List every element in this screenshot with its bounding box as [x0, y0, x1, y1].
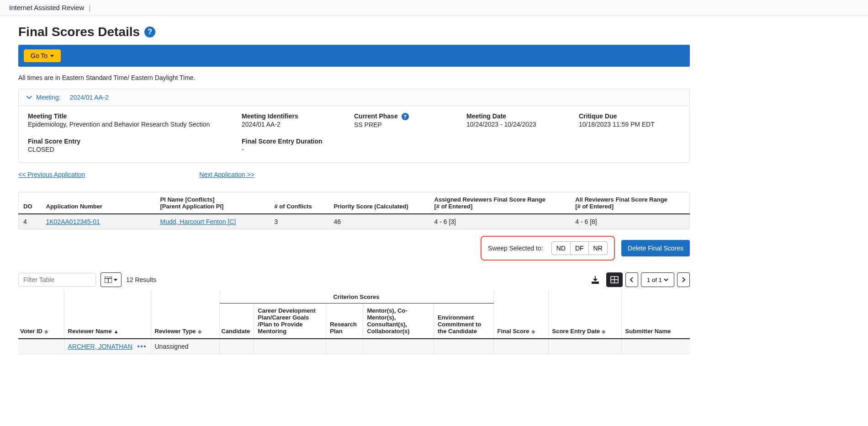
meta-date-label: Meeting Date	[466, 112, 568, 120]
columns-icon	[105, 277, 112, 283]
meeting-prefix: Meeting:	[36, 94, 61, 101]
top-bar: Internet Assisted Review |	[0, 0, 868, 16]
application-number-link[interactable]: 1K02AA012345-01	[46, 218, 100, 225]
cell-environment	[434, 339, 493, 354]
sweep-label: Sweep Selected to:	[488, 245, 543, 252]
meta-phase-label: Current Phase ?	[354, 112, 455, 120]
sweep-nr-button[interactable]: NR	[588, 241, 608, 255]
meeting-panel-body: Meeting Title Epidemiology, Prevention a…	[19, 106, 689, 162]
caret-down-icon	[114, 279, 117, 281]
cell-reviewer-type: Unassigned	[151, 339, 219, 354]
meta-meeting-title-label: Meeting Title	[28, 112, 231, 120]
cell-research	[326, 339, 363, 354]
cell-priority: 46	[329, 214, 430, 229]
goto-label: Go To	[31, 52, 48, 59]
meta-phase-value: SS PREP	[354, 121, 455, 128]
col-do: DO	[19, 192, 42, 214]
col-entry-date[interactable]: Score Entry Date◆	[548, 291, 621, 339]
col-assigned: Assigned Reviewers Final Score Range [# …	[430, 192, 571, 214]
sort-icon: ◆	[602, 329, 605, 334]
cell-candidate	[219, 339, 254, 354]
cell-mentors	[363, 339, 434, 354]
meta-duration-label: Final Score Entry Duration	[242, 138, 343, 145]
cell-assigned: 4 - 6 [3]	[430, 214, 571, 229]
delete-final-scores-button[interactable]: Delete Final Scores	[621, 240, 690, 256]
col-environment: Environment Commitment to the Candidate	[434, 304, 493, 339]
grid-icon	[610, 276, 619, 283]
pager-label: 1 of 1	[647, 277, 662, 283]
col-pi: PI Name [Conflicts] [Parent Application …	[156, 192, 270, 214]
scores-table: Voter ID◆ Reviewer Name▲ Reviewer Type◆ …	[18, 291, 690, 354]
page-title: Final Scores Details ?	[18, 25, 690, 39]
pager-prev-button[interactable]	[625, 272, 638, 287]
chevron-down-icon	[664, 278, 668, 282]
col-priority: Priority Score (Calculated)	[329, 192, 430, 214]
cell-voter-id	[18, 339, 64, 354]
sweep-box: Sweep Selected to: ND DF NR	[481, 236, 615, 261]
col-final-score[interactable]: Final Score◆	[493, 291, 548, 339]
meta-identifiers-value: 2024/01 AA-2	[242, 121, 343, 128]
chevron-down-icon	[26, 94, 32, 101]
cell-do: 4	[19, 214, 42, 229]
chevron-left-icon	[630, 277, 634, 282]
col-app-num: Application Number	[42, 192, 156, 214]
col-candidate: Candidate	[219, 304, 254, 339]
sweep-nd-button[interactable]: ND	[551, 241, 571, 255]
summary-table: DO Application Number PI Name [Conflicts…	[18, 192, 690, 229]
meeting-panel-header[interactable]: Meeting: 2024/01 AA-2	[19, 89, 689, 106]
pager-select[interactable]: 1 of 1	[641, 272, 674, 287]
app-title: Internet Assisted Review	[9, 4, 84, 11]
col-research: Research Plan	[326, 304, 363, 339]
col-mentors: Mentor(s), Co-Mentor(s), Consultant(s), …	[363, 304, 434, 339]
help-icon[interactable]: ?	[144, 27, 155, 37]
application-nav: << Previous Application Next Application…	[18, 171, 690, 178]
cell-entry-date	[548, 339, 621, 354]
cell-submitter	[621, 339, 690, 354]
sweep-df-button[interactable]: DF	[571, 241, 588, 255]
results-count: 12 Results	[126, 276, 156, 283]
cell-final-score	[493, 339, 548, 354]
action-bar: Go To	[18, 45, 690, 67]
meta-critique-label: Critique Due	[579, 112, 680, 120]
col-career: Career Development Plan/Career Goals /Pl…	[254, 304, 326, 339]
timezone-note: All times are in Eastern Standard Time/ …	[18, 74, 690, 81]
meta-date-value: 10/24/2023 - 10/24/2023	[466, 121, 568, 128]
chevron-right-icon	[681, 277, 686, 282]
filter-input[interactable]	[18, 273, 96, 287]
meta-duration-value: -	[242, 146, 343, 153]
sort-icon: ◆	[44, 329, 48, 334]
sort-icon: ◆	[531, 329, 535, 334]
meta-entry-value: CLOSED	[28, 146, 231, 153]
separator: |	[89, 4, 90, 11]
meta-entry-label: Final Score Entry	[28, 138, 231, 145]
meeting-id: 2024/01 AA-2	[70, 94, 109, 101]
sort-icon: ◆	[198, 329, 201, 334]
col-reviewer-type[interactable]: Reviewer Type◆	[151, 291, 219, 339]
col-submitter[interactable]: Submitter Name	[621, 291, 690, 339]
caret-down-icon	[50, 55, 54, 57]
goto-button[interactable]: Go To	[24, 49, 61, 62]
cell-conflicts: 3	[270, 214, 329, 229]
prev-application-link[interactable]: << Previous Application	[18, 171, 85, 178]
meeting-panel: Meeting: 2024/01 AA-2 Meeting Title Epid…	[18, 89, 690, 163]
reviewer-name-link[interactable]: ARCHER, JONATHAN	[68, 343, 132, 350]
pi-name-link[interactable]: Mudd, Harcourt Fenton [C]	[160, 218, 236, 225]
col-voter-id[interactable]: Voter ID◆	[18, 291, 64, 339]
meta-identifiers-label: Meeting Identifiers	[242, 112, 343, 120]
help-icon[interactable]: ?	[402, 113, 409, 120]
next-application-link[interactable]: Next Application >>	[199, 171, 254, 178]
cell-all: 4 - 6 [8]	[571, 214, 689, 229]
grid-view-button[interactable]	[606, 272, 623, 287]
columns-button[interactable]	[101, 272, 122, 287]
download-icon	[591, 275, 600, 284]
scores-toolbar: 12 Results 1 of 1	[18, 272, 690, 287]
summary-row: 4 1K02AA012345-01 Mudd, Harcourt Fenton …	[19, 214, 690, 229]
pager-next-button[interactable]	[677, 272, 690, 287]
sort-asc-icon: ▲	[114, 329, 119, 334]
meta-critique-value: 10/18/2023 11:59 PM EDT	[579, 121, 680, 128]
row-actions-button[interactable]: •••	[138, 343, 147, 350]
meta-meeting-title-value: Epidemiology, Prevention and Behavior Re…	[28, 121, 231, 128]
download-button[interactable]	[587, 272, 603, 287]
cell-career	[254, 339, 326, 354]
col-reviewer-name[interactable]: Reviewer Name▲	[64, 291, 151, 339]
